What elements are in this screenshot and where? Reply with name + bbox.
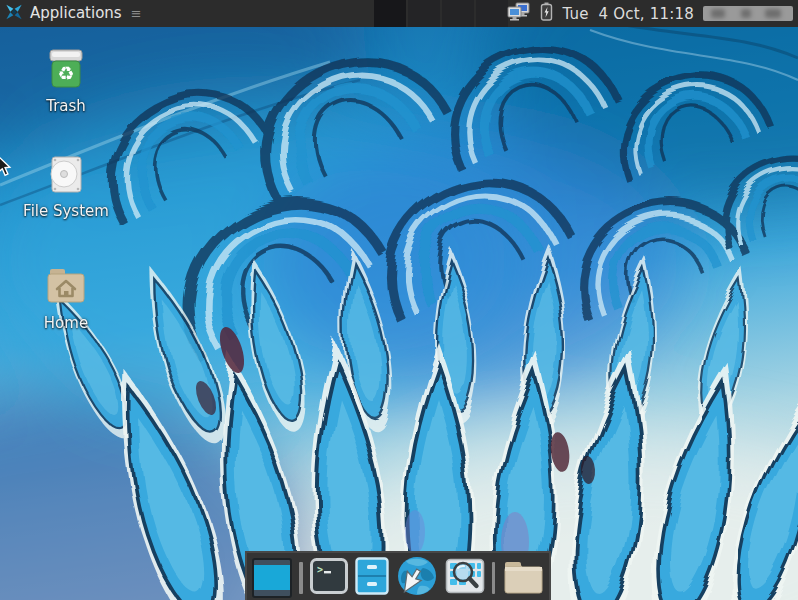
- file-cabinet-icon: [355, 557, 389, 599]
- trash-can-icon: ♻: [21, 46, 111, 92]
- globe-cursor-icon: [396, 555, 438, 600]
- dock-separator: [492, 562, 495, 594]
- workspace-3[interactable]: [442, 0, 474, 27]
- menu-lines-icon: ≡: [131, 6, 142, 21]
- applications-menu-button[interactable]: Applications ≡: [0, 0, 142, 27]
- folder-launcher[interactable]: [502, 558, 544, 598]
- folder-icon: [502, 558, 544, 598]
- app-finder-icon: [445, 558, 485, 598]
- desktop-icon-label: File System: [21, 202, 111, 220]
- bottom-dock-panel: >: [245, 551, 551, 600]
- redacted-text: [703, 6, 793, 21]
- desktop-icon-file-system[interactable]: File System: [21, 153, 111, 220]
- hard-drive-icon: [21, 153, 111, 197]
- network-monitors-icon[interactable]: [506, 2, 531, 26]
- desktop-icon-trash[interactable]: ♻ Trash: [21, 46, 111, 115]
- wallpaper-marbled-blue: [0, 0, 798, 600]
- applications-label: Applications: [30, 0, 122, 27]
- workspace-pager: [374, 0, 508, 27]
- web-browser-launcher[interactable]: [396, 555, 438, 600]
- xfce-desktop: ♻ Trash File System: [0, 0, 798, 600]
- xfce-menu-icon: [5, 3, 23, 25]
- workspace-4[interactable]: [476, 0, 508, 27]
- top-panel: Applications ≡: [0, 0, 798, 27]
- workspace-2[interactable]: [408, 0, 440, 27]
- show-desktop-icon: [254, 565, 290, 590]
- terminal-icon: >: [310, 558, 348, 598]
- system-tray: Tue 4 Oct, 11:18: [506, 0, 798, 27]
- battery-charging-icon[interactable]: [540, 2, 553, 25]
- svg-text:♻: ♻: [57, 62, 74, 84]
- app-finder-launcher[interactable]: [445, 558, 485, 598]
- workspace-1[interactable]: [374, 0, 406, 27]
- desktop-icon-home[interactable]: Home: [21, 263, 111, 332]
- file-manager-launcher[interactable]: [355, 557, 389, 599]
- show-desktop-button[interactable]: [252, 558, 292, 598]
- home-folder-icon: [21, 263, 111, 309]
- desktop-icon-label: Trash: [21, 97, 111, 115]
- terminal-launcher[interactable]: >: [310, 558, 348, 598]
- mouse-cursor: [0, 155, 14, 182]
- desktop-icon-label: Home: [21, 314, 111, 332]
- dock-separator: [299, 562, 302, 594]
- clock[interactable]: Tue 4 Oct, 11:18: [562, 5, 694, 23]
- svg-text:>: >: [317, 564, 323, 575]
